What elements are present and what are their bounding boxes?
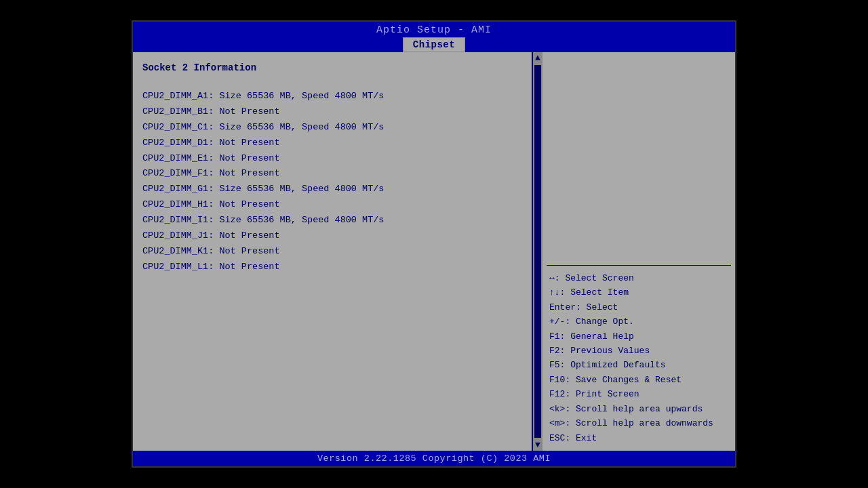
dimm-entry: CPU2_DIMM_E1: Not Present xyxy=(142,151,522,167)
dimm-entry: CPU2_DIMM_L1: Not Present xyxy=(142,260,522,275)
bios-window: Aptio Setup - AMI Chipset Socket 2 Infor… xyxy=(132,20,736,468)
dimm-entry: CPU2_DIMM_K1: Not Present xyxy=(142,244,522,260)
bios-tab-bar: Chipset xyxy=(133,37,735,52)
dimm-entry: CPU2_DIMM_J1: Not Present xyxy=(142,228,522,244)
left-panel-title: Socket 2 Information xyxy=(142,60,522,77)
key-help: ↔: Select Screen↑↓: Select ItemEnter: Se… xyxy=(542,266,735,451)
scroll-track xyxy=(534,65,541,438)
dimm-entry: CPU2_DIMM_B1: Not Present xyxy=(142,104,522,120)
key-help-item: ↔: Select Screen xyxy=(549,271,728,285)
dimm-entry: CPU2_DIMM_F1: Not Present xyxy=(142,166,522,182)
scroll-up-arrow[interactable]: ▲ xyxy=(535,52,540,64)
dimm-entry: CPU2_DIMM_I1: Size 65536 MB, Speed 4800 … xyxy=(142,213,522,228)
scroll-down-arrow[interactable]: ▼ xyxy=(535,439,540,451)
key-help-item: F2: Previous Values xyxy=(549,344,728,358)
key-help-item: F10: Save Changes & Reset xyxy=(549,373,728,387)
key-help-item: ESC: Exit xyxy=(549,431,728,445)
chipset-tab[interactable]: Chipset xyxy=(403,37,465,52)
key-help-item: F1: General Help xyxy=(549,329,728,344)
dimm-entry: CPU2_DIMM_H1: Not Present xyxy=(142,197,522,213)
key-help-item: +/-: Change Opt. xyxy=(549,314,728,329)
bios-body: Socket 2 Information CPU2_DIMM_A1: Size … xyxy=(133,52,735,451)
dimm-entry: CPU2_DIMM_D1: Not Present xyxy=(142,136,522,151)
key-help-item: <m>: Scroll help area downwards xyxy=(549,416,728,430)
key-help-item: ↑↓: Select Item xyxy=(549,285,728,300)
right-help-area xyxy=(542,52,735,265)
bios-right-panel: ↔: Select Screen↑↓: Select ItemEnter: Se… xyxy=(542,52,735,451)
bios-title: Aptio Setup - AMI xyxy=(376,24,492,36)
dimm-entry: CPU2_DIMM_A1: Size 65536 MB, Speed 4800 … xyxy=(142,89,522,104)
key-help-item: Enter: Select xyxy=(549,300,728,314)
key-help-item: F5: Optimized Defaults xyxy=(549,358,728,372)
dimm-entry: CPU2_DIMM_G1: Size 65536 MB, Speed 4800 … xyxy=(142,182,522,197)
dimm-list: CPU2_DIMM_A1: Size 65536 MB, Speed 4800 … xyxy=(142,89,522,275)
footer-text: Version 2.22.1285 Copyright (C) 2023 AMI xyxy=(317,453,551,464)
left-scrollbar[interactable]: ▲ ▼ xyxy=(533,52,542,451)
bios-footer: Version 2.22.1285 Copyright (C) 2023 AMI xyxy=(133,451,735,466)
bios-left-panel: Socket 2 Information CPU2_DIMM_A1: Size … xyxy=(133,52,533,451)
dimm-entry: CPU2_DIMM_C1: Size 65536 MB, Speed 4800 … xyxy=(142,120,522,136)
bios-header: Aptio Setup - AMI xyxy=(133,22,735,37)
key-help-item: <k>: Scroll help area upwards xyxy=(549,402,728,416)
key-help-item: F12: Print Screen xyxy=(549,387,728,401)
